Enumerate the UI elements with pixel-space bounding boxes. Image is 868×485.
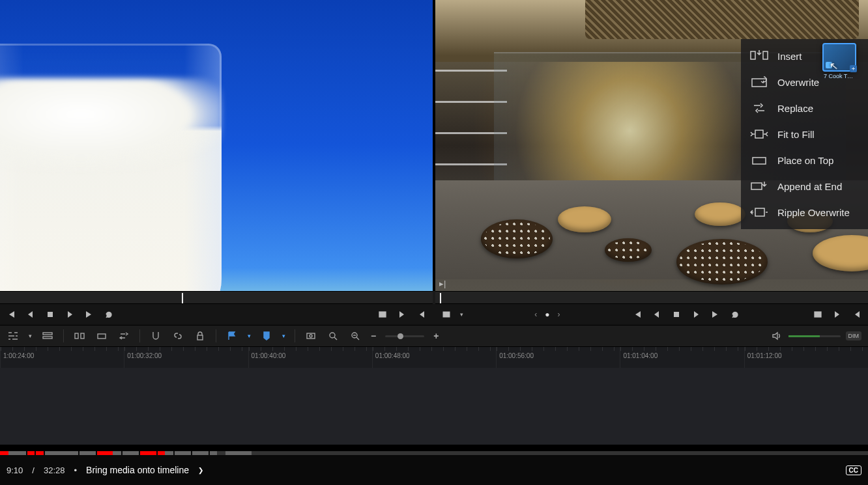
match-frame-button[interactable] [377,309,388,320]
edit-fit-to-fill[interactable]: Fit to Fill [744,121,865,147]
progress-bar[interactable] [0,451,868,455]
edit-item-label: Append at End [777,181,842,192]
zoom-plus-icon[interactable]: + [433,331,439,341]
timeline-options-icon[interactable] [7,329,20,342]
elapsed-time: 9:10 [7,465,23,475]
go-to-end-button[interactable] [710,309,721,320]
link-icon[interactable] [171,329,184,342]
match-frame-button[interactable] [812,309,824,320]
ruler-timecode: 1:00:24:00 [3,352,34,359]
nav-prev-marker-icon[interactable]: ‹ [534,310,537,319]
zoom-minus-icon[interactable]: − [371,331,376,341]
loop-button[interactable] [103,309,115,320]
volume-slider[interactable] [788,335,841,337]
edit-item-label: Fit to Fill [777,129,815,140]
svg-rect-7 [48,312,53,317]
program-viewer[interactable]: ▸| Insert Overwrite Replace [435,0,868,291]
fit-to-fill-icon [750,128,768,141]
dropdown-caret-icon[interactable]: ▾ [29,333,32,339]
go-to-start-button[interactable] [631,309,643,320]
speaker-icon[interactable] [770,329,783,342]
stop-button[interactable] [671,309,682,320]
dropdown-caret-icon[interactable]: ▾ [460,311,463,318]
edit-item-label: Replace [777,103,813,114]
edit-place-on-top[interactable]: Place on Top [744,147,865,173]
step-back-button[interactable] [25,309,36,320]
svg-rect-13 [43,337,52,339]
source-viewer-content [0,0,433,291]
loop-button[interactable] [729,309,741,320]
source-transport [0,304,433,325]
edit-item-label: Ripple Overwrite [777,207,850,218]
safe-area-button[interactable] [441,309,452,320]
step-back-button[interactable] [651,309,663,320]
insert-clip-icon[interactable] [73,329,86,342]
ripple-overwrite-icon [750,206,768,219]
svg-rect-6 [755,208,764,216]
dropdown-caret-icon[interactable]: ▾ [248,333,251,339]
step-end-icon[interactable]: ▸| [439,279,446,288]
zoom-slider[interactable] [385,335,424,337]
next-edit-button[interactable] [396,309,408,320]
chevron-right-icon[interactable]: ❯ [198,465,203,475]
cc-button[interactable]: CC [846,465,861,475]
timeline[interactable]: 1:00:24:00 01:00:32:00 01:00:40:00 01:00… [0,347,868,445]
overwrite-icon [750,76,768,89]
source-scrub-bar[interactable] [0,291,433,304]
svg-rect-9 [443,312,450,317]
zoom-full-icon[interactable] [304,329,317,342]
last-frame-button[interactable] [851,309,863,320]
snap-icon[interactable] [149,329,162,342]
go-to-end-button[interactable] [83,309,95,320]
svg-rect-12 [43,333,52,335]
svg-rect-10 [674,312,679,317]
stacked-timeline-icon[interactable] [41,329,54,342]
mouse-cursor-icon: ↖ [829,59,839,72]
svg-rect-1 [763,51,768,59]
program-scrub-bar[interactable] [435,291,868,304]
next-edit-button[interactable] [832,309,843,320]
svg-rect-15 [81,333,84,339]
last-frame-button[interactable] [416,309,427,320]
replace-clip-icon[interactable] [117,329,130,342]
chapter-title[interactable]: Bring media onto timeline [86,465,189,475]
dim-button[interactable]: DIM [846,331,862,340]
marker-icon[interactable] [260,329,273,342]
insert-icon [750,49,768,62]
timeline-toolbar: ▾ ▾ ▾ − + DIM [0,325,868,347]
svg-rect-4 [753,158,766,164]
edit-replace[interactable]: Replace [744,95,865,121]
go-to-start-button[interactable] [5,309,17,320]
time-separator: / [32,465,35,475]
ruler-timecode: 01:00:56:00 [499,352,534,359]
overwrite-clip-icon[interactable] [95,329,108,342]
nav-marker-dot-icon[interactable]: ● [545,310,549,319]
timeline-ruler[interactable]: 1:00:24:00 01:00:32:00 01:00:40:00 01:00… [0,347,868,368]
svg-rect-11 [815,312,821,317]
stop-button[interactable] [44,309,56,320]
svg-rect-0 [751,51,755,59]
program-transport: ▾ ‹ ● › [435,304,868,325]
ruler-timecode: 01:00:48:00 [375,352,410,359]
source-viewer[interactable] [0,0,433,291]
ruler-timecode: 01:01:12:00 [747,352,782,359]
youtube-player-bar: 9:10 / 32:28 • Bring media onto timeline… [0,451,868,485]
edit-item-label: Insert [777,51,802,62]
bullet-separator: • [74,465,77,475]
timeline-tracks[interactable] [0,368,868,445]
play-button[interactable] [64,309,76,320]
zoom-custom-icon[interactable] [349,329,362,342]
total-duration: 32:28 [44,465,65,475]
dropdown-caret-icon[interactable]: ▾ [282,333,285,339]
append-at-end-icon [750,180,768,193]
flag-icon[interactable] [225,329,239,342]
dragged-clip-thumbnail[interactable]: 7 Cook Tra… ＋ [822,43,856,72]
svg-rect-5 [751,183,762,189]
zoom-detail-icon[interactable] [326,329,340,342]
edit-append-at-end[interactable]: Append at End [744,173,865,199]
nav-next-marker-icon[interactable]: › [558,310,560,319]
lock-icon[interactable] [194,329,207,342]
edit-ripple-overwrite[interactable]: Ripple Overwrite [744,199,865,225]
play-button[interactable] [690,309,702,320]
svg-rect-14 [75,333,78,339]
